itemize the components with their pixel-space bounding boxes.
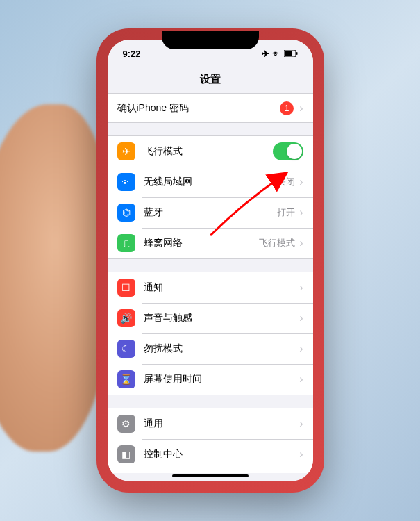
chevron-right-icon: › [299,342,303,355]
hourglass-icon: ⌛ [117,370,135,388]
status-indicators: ✈ ᯤ [262,49,298,59]
switches-icon: ◧ [117,445,135,463]
row-sounds[interactable]: 🔊 声音与触感 › [108,303,313,333]
row-control-center[interactable]: ◧ 控制中心 › [108,439,313,470]
notifications-icon: ☐ [117,279,135,297]
chevron-right-icon: › [299,102,303,115]
row-display[interactable]: AA 显示与亮度 › [108,470,313,473]
row-confirm-passcode[interactable]: 确认iPhone 密码 1 › [108,94,313,122]
battery-icon [284,50,298,57]
row-detail: 关闭 [277,176,295,188]
row-dnd[interactable]: ☾ 勿扰模式 › [108,333,313,364]
row-general[interactable]: ⚙ 通用 › [108,408,313,439]
row-cellular[interactable]: ⎍ 蜂窝网络 飞行模式 › [108,228,313,258]
group-system: ⚙ 通用 › ◧ 控制中心 › AA 显示与亮度 › ♿ 辅助功能 › [108,408,313,473]
svg-rect-1 [285,51,292,56]
row-notifications[interactable]: ☐ 通知 › [108,272,313,303]
iphone-device-frame: 9:22 ✈ ᯤ 设置 确认iPhone 密码 1 › ✈ 飞行模式 [99,31,321,490]
row-label: 屏幕使用时间 [144,373,300,386]
cellular-icon: ⎍ [117,234,135,252]
row-label: 控制中心 [144,448,300,461]
row-bluetooth[interactable]: ⌬ 蓝牙 打开 › [108,197,313,228]
row-label: 无线局域网 [144,176,278,188]
airplane-icon: ✈ [117,142,135,160]
bluetooth-icon: ⌬ [117,204,135,222]
chevron-right-icon: › [299,281,303,294]
airplane-mode-toggle[interactable] [273,142,303,160]
screen: 9:22 ✈ ᯤ 设置 确认iPhone 密码 1 › ✈ 飞行模式 [108,40,313,481]
settings-list[interactable]: 确认iPhone 密码 1 › ✈ 飞行模式 ᯤ 无线局域网 关闭 › [108,94,313,473]
svg-rect-2 [296,52,298,55]
chevron-right-icon: › [299,448,303,461]
row-screentime[interactable]: ⌛ 屏幕使用时间 › [108,364,313,395]
row-label: 飞行模式 [144,145,273,158]
row-label: 蓝牙 [144,206,278,219]
notification-badge: 1 [280,101,294,115]
row-label: 声音与触感 [144,312,300,324]
wifi-icon: ᯤ [117,173,135,191]
airplane-indicator-icon: ✈ [262,49,269,59]
chevron-right-icon: › [299,176,303,188]
row-wifi[interactable]: ᯤ 无线局域网 关闭 › [108,167,313,197]
status-time: 9:22 [123,49,141,59]
row-label: 确认iPhone 密码 [117,102,280,115]
hand-holding-phone [0,104,111,452]
group-passcode: 确认iPhone 密码 1 › [108,94,313,123]
row-airplane-mode[interactable]: ✈ 飞行模式 [108,136,313,167]
home-indicator[interactable] [172,474,249,477]
gear-icon: ⚙ [117,415,135,433]
row-label: 通知 [144,281,300,294]
row-detail: 飞行模式 [259,237,295,249]
row-label: 勿扰模式 [144,342,300,355]
row-label: 通用 [144,417,300,430]
chevron-right-icon: › [299,417,303,430]
row-detail: 打开 [277,206,295,219]
moon-icon: ☾ [117,340,135,358]
wifi-indicator-icon: ᯤ [272,49,281,59]
sounds-icon: 🔊 [117,309,135,327]
group-alerts: ☐ 通知 › 🔊 声音与触感 › ☾ 勿扰模式 › ⌛ 屏幕使用时间 [108,272,313,395]
group-connectivity: ✈ 飞行模式 ᯤ 无线局域网 关闭 › ⌬ 蓝牙 打开 › ⎍ [108,135,313,259]
chevron-right-icon: › [299,312,303,324]
chevron-right-icon: › [299,237,303,249]
chevron-right-icon: › [299,206,303,219]
page-title: 设置 [108,67,313,94]
notch [162,31,259,49]
chevron-right-icon: › [299,373,303,386]
row-label: 蜂窝网络 [144,237,260,249]
